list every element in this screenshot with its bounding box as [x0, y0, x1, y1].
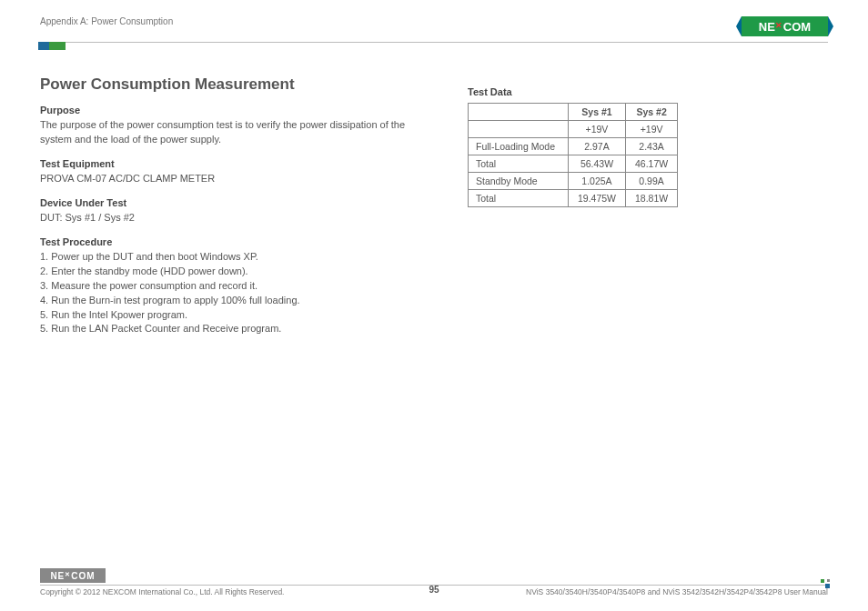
list-item: 2. Enter the standby mode (HDD power dow… [40, 265, 422, 279]
section-heading-equipment: Test Equipment [40, 158, 422, 169]
table-header: Sys #1 [568, 104, 625, 121]
copyright-text: Copyright © 2012 NEXCOM International Co… [40, 587, 284, 596]
table-row: Total 56.43W 46.17W [469, 155, 678, 173]
table-cell: Total [469, 155, 569, 173]
table-cell: 2.97A [568, 138, 625, 155]
brand-logo: NE✕COM [742, 16, 828, 36]
list-item: 1. Power up the DUT and then boot Window… [40, 250, 422, 265]
breadcrumb: Appendix A: Power Consumption [40, 16, 173, 26]
page-title: Power Consumption Measurement [40, 75, 422, 94]
table-cell: Total [469, 190, 569, 207]
table-row: +19V +19V [469, 121, 678, 138]
footer-logo: NE✕COM [40, 568, 106, 583]
section-heading-dut: Device Under Test [40, 197, 422, 208]
page-number: 95 [429, 585, 439, 595]
doc-title: NViS 3540/3540H/3540P4/3540P8 and NViS 3… [526, 587, 828, 596]
equipment-text: PROVA CM-07 AC/DC CLAMP METER [40, 172, 422, 186]
table-cell: 0.99A [626, 173, 678, 190]
accent-bar [38, 42, 66, 50]
table-cell: 56.43W [568, 155, 625, 173]
table-cell: Full-Loading Mode [469, 138, 569, 155]
list-item: 5. Run the Intel Kpower program. [40, 308, 422, 323]
table-cell: 19.475W [568, 190, 625, 207]
table-cell: 1.025A [568, 173, 625, 190]
procedure-list: 1. Power up the DUT and then boot Window… [40, 250, 422, 337]
table-cell: +19V [626, 121, 678, 138]
table-cell: 2.43A [626, 138, 678, 155]
table-header [469, 104, 569, 121]
table-cell: 46.17W [626, 155, 678, 173]
table-header: Sys #2 [626, 104, 678, 121]
test-data-table: Sys #1 Sys #2 +19V +19V Full-Loading Mod… [468, 103, 678, 207]
table-cell: Standby Mode [469, 173, 569, 190]
purpose-text: The purpose of the power consumption tes… [40, 118, 422, 147]
dut-text: DUT: Sys #1 / Sys #2 [40, 211, 422, 225]
table-row: Sys #1 Sys #2 [469, 104, 678, 121]
list-item: 3. Measure the power consumption and rec… [40, 279, 422, 294]
section-heading-procedure: Test Procedure [40, 236, 422, 247]
table-cell: +19V [568, 121, 625, 138]
corner-mark-icon [819, 577, 830, 588]
table-row: Full-Loading Mode 2.97A 2.43A [469, 138, 678, 155]
table-row: Standby Mode 1.025A 0.99A [469, 173, 678, 190]
list-item: 5. Run the LAN Packet Counter and Receiv… [40, 322, 422, 336]
table-cell [469, 121, 569, 138]
list-item: 4. Run the Burn-in test program to apply… [40, 294, 422, 308]
section-heading-purpose: Purpose [40, 105, 422, 115]
section-heading-testdata: Test Data [468, 86, 828, 97]
table-cell: 18.81W [626, 190, 678, 207]
table-row: Total 19.475W 18.81W [469, 190, 678, 207]
logo-x-icon: ✕ [775, 21, 783, 30]
